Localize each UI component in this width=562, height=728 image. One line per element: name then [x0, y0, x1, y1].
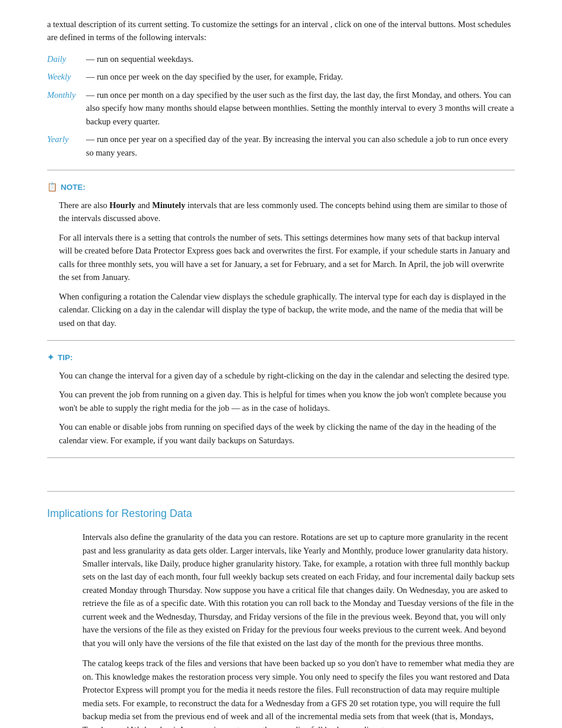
interval-weekly-desc: — run once per week on the day specified…	[86, 70, 515, 83]
tip-section: ✦ TIP: You can change the interval for a…	[47, 351, 515, 447]
tip-para-3: You can enable or disable jobs from runn…	[59, 420, 515, 447]
interval-monthly-desc: — run once per month on a day specified …	[86, 88, 515, 128]
divider-3	[47, 457, 515, 458]
note-header-text: NOTE:	[61, 182, 85, 194]
tip-para-1: You can change the interval for a given …	[59, 369, 515, 382]
divider-4	[47, 491, 515, 492]
intervals-list: Daily — run on sequential weekdays. Week…	[47, 52, 515, 159]
section-para-1: Intervals also define the granularity of…	[82, 531, 515, 650]
page: a textual description of its current set…	[0, 0, 562, 728]
divider-1	[47, 170, 515, 170]
interval-daily: Daily — run on sequential weekdays.	[47, 52, 515, 65]
interval-yearly-desc: — run once per year on a specified day o…	[86, 133, 515, 159]
note-body: There are also Hourly and Minutely inter…	[47, 199, 515, 330]
interval-weekly-label: Weekly	[47, 70, 82, 83]
bold-minutely: Minutely	[152, 200, 185, 210]
tip-body: You can change the interval for a given …	[47, 369, 515, 447]
interval-daily-desc: — run on sequential weekdays.	[86, 52, 515, 65]
section-para-2: The catalog keeps track of the files and…	[82, 657, 515, 728]
interval-yearly-label: Yearly	[47, 133, 82, 159]
interval-monthly-label: Monthly	[47, 88, 82, 128]
interval-weekly: Weekly — run once per week on the day sp…	[47, 70, 515, 83]
interval-yearly: Yearly — run once per year on a specifie…	[47, 133, 515, 159]
note-para-1: There are also Hourly and Minutely inter…	[59, 199, 515, 225]
interval-daily-label: Daily	[47, 52, 82, 65]
note-icon: 📋	[47, 181, 57, 194]
divider-2	[47, 340, 515, 341]
tip-header: ✦ TIP:	[47, 351, 515, 364]
note-para-2: For all intervals there is a setting tha…	[59, 231, 515, 284]
intro-text: a textual description of its current set…	[47, 18, 515, 44]
bold-hourly: Hourly	[110, 200, 135, 210]
section-title: Implications for Restoring Data	[47, 506, 515, 522]
note-section: 📋 NOTE: There are also Hourly and Minute…	[47, 181, 515, 330]
note-para-3: When configuring a rotation the Calendar…	[59, 290, 515, 330]
interval-monthly: Monthly — run once per month on a day sp…	[47, 88, 515, 128]
note-header: 📋 NOTE:	[47, 181, 515, 194]
tip-header-text: TIP:	[58, 352, 73, 364]
tip-para-2: You can prevent the job from running on …	[59, 388, 515, 414]
section-body: Intervals also define the granularity of…	[47, 531, 515, 728]
tip-icon: ✦	[47, 351, 54, 364]
